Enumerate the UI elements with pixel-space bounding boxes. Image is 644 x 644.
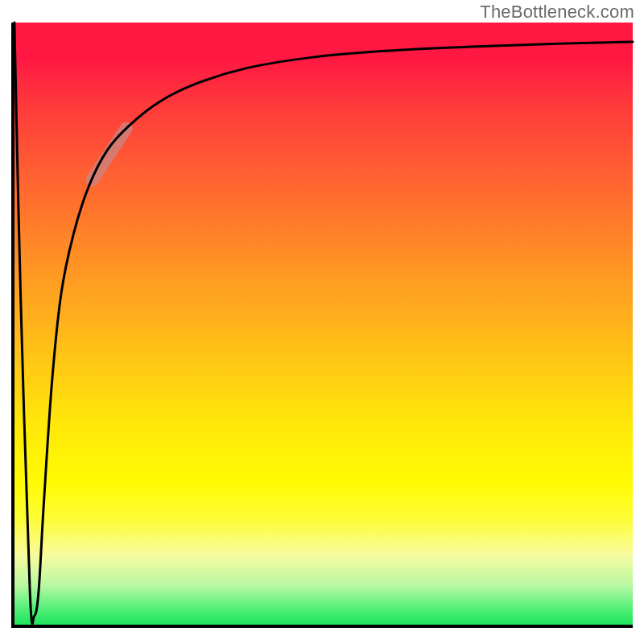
plot-area	[11, 23, 633, 628]
curve-layer	[11, 23, 633, 628]
curve-highlight-segment	[92, 129, 126, 180]
chart-container: TheBottleneck.com	[0, 0, 644, 644]
bottleneck-curve	[14, 23, 633, 624]
watermark-label: TheBottleneck.com	[480, 2, 634, 23]
